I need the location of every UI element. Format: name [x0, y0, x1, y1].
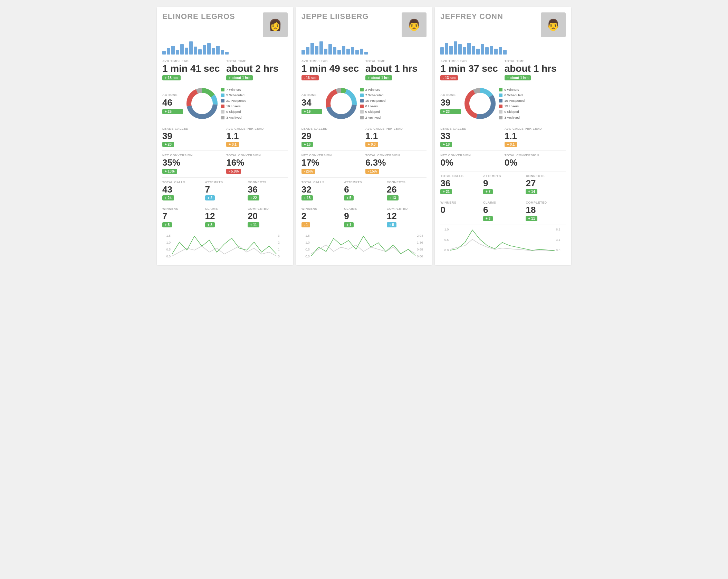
mini-bar: [207, 43, 211, 55]
chart-y-left: 1.51.00.50.0: [301, 234, 310, 258]
mini-bar: [189, 41, 193, 55]
legend-dot: [221, 116, 224, 119]
connects-label: CONNECTS: [387, 180, 427, 184]
y-label: 0.00: [417, 255, 427, 258]
chart-y-left: 1.00.50.0: [440, 228, 449, 252]
mini-bar: [328, 44, 332, 55]
mini-bar: [198, 49, 202, 55]
y-label: 0.68: [417, 248, 427, 251]
avg-calls-value: 1.1: [226, 131, 287, 141]
legend-dot: [499, 99, 502, 102]
card-header: JEPPE LIISBERG 👨: [301, 12, 427, 37]
avg-time-label: AVG TIME/LEAD: [162, 59, 223, 63]
total-calls-value: 43: [162, 185, 202, 195]
divider: [440, 150, 566, 151]
winners-block: WINNERS 2 - 1: [301, 207, 342, 227]
legend-item: 2 Archived: [360, 115, 386, 120]
leads-called-block: LEADS CALLED 29 + 16: [301, 127, 363, 147]
completed-label: COMPLETED: [526, 201, 566, 204]
stat-badge: + 5: [162, 222, 172, 227]
avg-calls-label: AVG CALLS PER LEAD: [505, 127, 566, 130]
stat-badge: + 22: [248, 195, 259, 200]
total-calls-label: TOTAL CALLS: [301, 180, 342, 184]
stat-badge: + 16: [301, 142, 313, 147]
attempts-label: ATTEMPTS: [344, 180, 384, 184]
total-conv-label: TOTAL CONVERSION: [365, 154, 427, 157]
divider: [440, 84, 566, 84]
chart-y-right: 3210: [278, 234, 288, 258]
completed-label: COMPLETED: [387, 207, 427, 210]
legend-item: 3 Archived: [499, 115, 525, 120]
y-label: 0.0: [162, 255, 171, 258]
legend-label: 15 Postponed: [365, 98, 386, 104]
y-label: 1.0: [162, 241, 171, 244]
legend-dot: [360, 88, 364, 91]
calls-stats-row: TOTAL CALLS 32 + 18 ATTEMPTS 6 + 5 CONNE…: [301, 180, 427, 201]
connects-value: 36: [248, 185, 288, 195]
legend-item: 3 Archived: [221, 115, 247, 120]
actions-left: ACTIONS 46 + 25: [162, 93, 183, 114]
actions-value: 34: [301, 97, 322, 108]
total-conv-value: 0%: [505, 158, 566, 168]
total-calls-block: TOTAL CALLS 36 + 21: [440, 174, 480, 195]
legend-item: 0 Skipped: [499, 109, 525, 115]
mini-bar: [342, 46, 345, 55]
y-label: 1: [278, 248, 288, 251]
avg-calls-label: AVG CALLS PER LEAD: [226, 127, 287, 130]
mini-bar-chart: [162, 41, 288, 55]
divider: [162, 150, 288, 151]
stat-badge: + 13: [387, 195, 399, 200]
legend-label: 21 Postponed: [226, 98, 247, 104]
avg-time-value: 1 min 37 sec: [440, 63, 501, 74]
completed-value: 18: [526, 205, 566, 215]
y-label: 0.5: [301, 248, 310, 251]
mini-bar: [355, 50, 359, 55]
total-time-value: about 2 hrs: [226, 63, 287, 74]
net-conv-value: 0%: [440, 158, 501, 168]
mini-bar: [301, 50, 305, 55]
time-stats-row: AVG TIME/LEAD 1 min 41 sec + 18 sec TOTA…: [162, 59, 288, 80]
legend-label: 2 Winners: [365, 87, 380, 92]
stat-badge: + 8: [205, 222, 215, 227]
mini-bar: [216, 46, 220, 55]
chart-y-left: 1.51.00.50.0: [162, 234, 171, 258]
legend-item: 0 Skipped: [360, 109, 386, 115]
legend-label: 0 Skipped: [365, 109, 380, 115]
total-calls-label: TOTAL CALLS: [440, 174, 480, 178]
mini-bar: [306, 47, 309, 55]
total-conv-block: TOTAL CONVERSION 0%: [505, 154, 566, 168]
legend-dot: [360, 105, 364, 108]
stat-badge: + 2: [205, 195, 215, 200]
mini-bar: [490, 46, 493, 55]
stat-badge: + about 1 hrs: [365, 75, 392, 80]
y-label: 0: [278, 255, 288, 258]
stat-badge: + 13%: [162, 169, 177, 174]
stat-badge: + 18: [301, 195, 313, 200]
divider: [440, 198, 566, 198]
claims-label: CLAIMS: [205, 207, 245, 210]
mini-bar-chart: [440, 41, 566, 55]
total-time-block: TOTAL TIME about 2 hrs + about 1 hrs: [226, 59, 287, 80]
mini-bar: [494, 49, 498, 55]
legend-dot: [499, 105, 502, 108]
legend-item: 5 Scheduled: [221, 92, 247, 98]
legend-dot: [360, 99, 364, 102]
mini-bar: [449, 46, 453, 55]
claims-value: 12: [205, 211, 245, 221]
mini-bar: [454, 41, 457, 55]
mini-bar: [481, 44, 484, 55]
attempts-value: 9: [483, 178, 523, 188]
completed-block: COMPLETED 20 + 11: [248, 207, 288, 227]
card-jeppe: JEPPE LIISBERG 👨 AVG TIME/LEAD 1 min 49 …: [296, 7, 432, 265]
y-label: 1.0: [440, 228, 449, 231]
connects-block: CONNECTS 27 + 14: [526, 174, 566, 195]
avg-time-block: AVG TIME/LEAD 1 min 41 sec + 18 sec: [162, 59, 223, 80]
stat-badge: - 13 sec: [440, 75, 458, 80]
total-time-label: TOTAL TIME: [365, 59, 427, 63]
legend-label: 0 Winners: [504, 87, 519, 92]
mini-bar: [203, 45, 206, 55]
total-time-value: about 1 hrs: [505, 63, 566, 74]
chart-legend: 0 Winners 6 Scheduled 15 Postponed 15 Lo…: [499, 87, 525, 120]
y-label: 2: [278, 241, 288, 244]
stat-badge: + 11: [526, 216, 537, 221]
